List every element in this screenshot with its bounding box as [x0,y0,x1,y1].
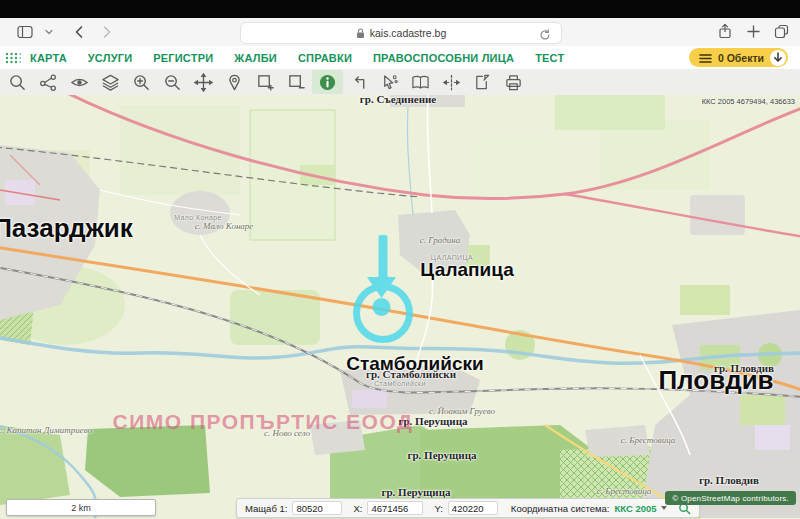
pan-icon [194,73,213,92]
main-nav: КАРТА УСЛУГИ РЕГИСТРИ ЖАЛБИ СПРАВКИ ПРАВ… [0,46,800,70]
url-text: kais.cadastre.bg [370,27,446,39]
map-toolbar [0,69,800,96]
tool-layers[interactable] [95,70,126,94]
map-label: Мало Конаре [174,214,222,221]
crs-select[interactable]: ККС 2005 [615,503,667,514]
nav-item-test[interactable]: ТЕСТ [535,52,564,64]
tool-share-nodes[interactable] [33,70,64,94]
chevron-down-icon [661,506,667,510]
tool-lasso-select[interactable] [374,70,405,94]
hamburger-icon [699,49,712,67]
map-label: гр. Съединение [360,95,436,105]
rect-minus-icon [287,73,306,92]
map-label: Стамболийски [374,380,426,387]
download-arrow-icon[interactable] [770,50,786,66]
objects-button[interactable]: 0 Обекти [689,48,788,67]
map-label: Цалапица [420,259,513,281]
split-view-icon [442,73,461,92]
tab-overview-icon[interactable] [772,22,790,40]
x-input[interactable] [367,501,423,515]
nav-item-karta[interactable]: КАРТА [30,52,67,64]
map-label: гр. Пловдив [699,474,759,486]
x-label: X: [353,503,362,514]
map-label: Пазарджик [0,213,133,244]
info-icon [318,73,337,92]
lock-icon [356,27,366,39]
map-book-icon [411,73,430,92]
sidebar-icon[interactable] [16,23,34,41]
map-labels: ПазарджикЦалапицаСтамболийскиПловдивгр. … [0,95,800,519]
nav-item-uslugi[interactable]: УСЛУГИ [88,52,132,64]
tool-split-view[interactable] [436,70,467,94]
map-label: гр. Перущица [382,486,451,498]
map-label: с. Мало Конаре [195,221,254,231]
zoom-out-icon [163,73,182,92]
tool-map-book[interactable] [405,70,436,94]
tool-previous-extent[interactable] [343,70,374,94]
status-bar: Мащаб 1: X: Y: Координатна система: ККС … [236,498,700,518]
lasso-select-icon [380,73,399,92]
app-grid-icon[interactable] [0,52,30,64]
scale-label: Мащаб 1: [245,503,287,514]
top-black-bar [0,0,800,18]
search-icon [8,73,27,92]
reload-icon[interactable] [536,26,554,44]
crs-label: Координатна система: [511,503,610,514]
nav-item-zhalbi[interactable]: ЖАЛБИ [234,52,277,64]
map-canvas[interactable]: ПазарджикЦалапицаСтамболийскиПловдивгр. … [0,95,800,519]
map-label: ЦАЛАПИЦА [431,254,473,261]
watermark: СИМО ПРОПЪРТИС ЕООД [113,410,414,434]
nav-item-spravki[interactable]: СПРАВКИ [298,52,352,64]
export-page-icon [473,73,492,92]
map-label: с. Брестовица [621,435,676,445]
map-label: гр. Стамболийски [366,368,456,380]
y-input[interactable] [448,501,498,515]
address-bar[interactable]: kais.cadastre.bg [240,22,562,44]
tool-zoom-in[interactable] [126,70,157,94]
share-icon[interactable] [716,22,734,40]
map-label: с. Йоаким Груево [429,406,495,416]
back-icon[interactable] [70,23,88,41]
forward-icon[interactable] [98,23,116,41]
chevron-down-icon[interactable] [40,23,58,41]
y-label: Y: [434,503,442,514]
scale-bar-label: 2 km [71,503,91,513]
nav-item-pravosposobni-litsa[interactable]: ПРАВОСПОСОБНИ ЛИЦА [373,52,514,64]
scale-bar: 2 km [6,499,156,516]
tool-export-page[interactable] [467,70,498,94]
crs-value: ККС 2005 [615,503,657,514]
tool-pan[interactable] [188,70,219,94]
osm-attribution[interactable]: © OpenStreetMap contributors. [665,491,796,505]
layers-icon [101,73,120,92]
browser-toolbar: kais.cadastre.bg [0,18,800,47]
tool-location-pin[interactable] [219,70,250,94]
map-label: с. Брестовица [597,486,652,496]
tool-info[interactable] [312,70,343,94]
tool-search[interactable] [2,70,33,94]
tool-select-rect-subtract[interactable] [281,70,312,94]
tool-visibility[interactable] [64,70,95,94]
eye-icon [70,73,89,92]
share-nodes-icon [39,73,58,92]
new-tab-icon[interactable] [744,22,762,40]
map-label: гр. Пловдив [714,362,774,374]
rect-plus-icon [256,73,275,92]
map-label: с. Градина [420,235,460,245]
print-icon [504,73,523,92]
objects-count: 0 Обекти [718,52,764,64]
location-pin-icon [225,73,244,92]
zoom-in-icon [132,73,151,92]
tool-zoom-out[interactable] [157,70,188,94]
map-label: гр. Перущица [408,449,477,461]
tool-select-rect-add[interactable] [250,70,281,94]
previous-extent-icon [349,73,368,92]
tool-print[interactable] [498,70,529,94]
scale-input[interactable] [292,501,342,515]
cursor-coords-readout: ККС 2005 4679494, 436633 [702,97,795,106]
nav-item-registri[interactable]: РЕГИСТРИ [153,52,213,64]
map-label: с. Капитан Димитриево [0,425,92,435]
